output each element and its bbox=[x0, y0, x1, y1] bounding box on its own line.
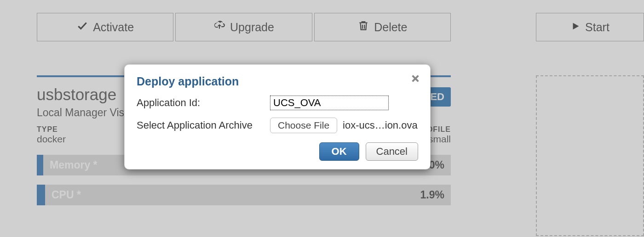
archive-label: Select Application Archive bbox=[137, 119, 270, 131]
cancel-button[interactable]: Cancel bbox=[366, 142, 418, 161]
app-id-input[interactable] bbox=[270, 96, 389, 110]
deploy-application-dialog: Deploy application Application Id: Selec… bbox=[124, 64, 431, 169]
app-id-label: Application Id: bbox=[137, 97, 270, 109]
dialog-title: Deploy application bbox=[137, 75, 418, 88]
ok-button[interactable]: OK bbox=[319, 142, 359, 161]
close-icon[interactable] bbox=[410, 73, 421, 84]
selected-file-name: iox-ucs…ion.ova bbox=[343, 119, 418, 131]
choose-file-button[interactable]: Choose File bbox=[270, 118, 337, 133]
